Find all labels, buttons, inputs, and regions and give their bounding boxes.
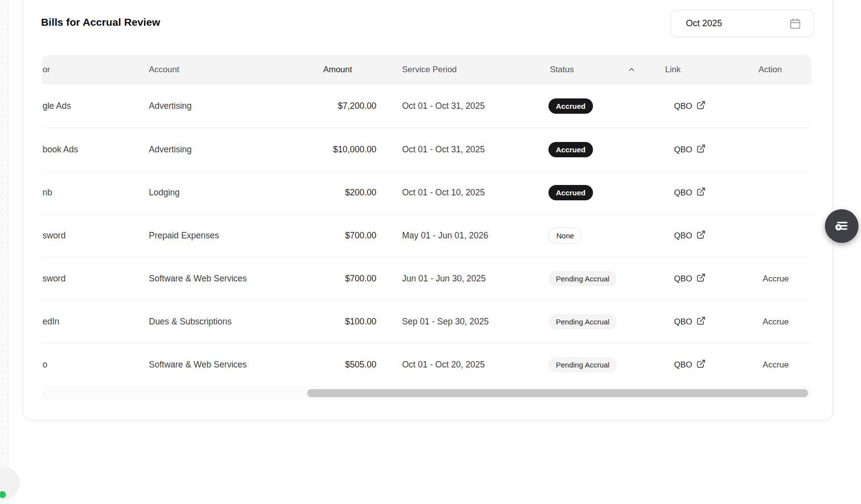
vendor-cell: sword xyxy=(42,274,149,284)
vendor-cell: o xyxy=(42,360,149,370)
link-cell: QBO xyxy=(637,187,736,198)
status-badge: None xyxy=(548,228,582,244)
status-cell: Accrued xyxy=(521,185,637,200)
column-header-account[interactable]: Account xyxy=(149,65,279,75)
status-cell: Pending Accrual xyxy=(521,357,637,372)
status-cell: Pending Accrual xyxy=(521,314,637,329)
table-row: edIn Dues & Subscriptions $100.00 Sep 01… xyxy=(42,300,812,343)
amount-cell: $700.00 xyxy=(279,274,376,284)
amount-cell: $200.00 xyxy=(279,187,376,198)
qbo-link[interactable]: QBO xyxy=(674,100,706,112)
service-period-cell: Oct 01 - Oct 31, 2025 xyxy=(376,101,521,111)
column-header-link[interactable]: Link xyxy=(637,65,680,74)
account-cell: Advertising xyxy=(149,144,279,155)
vendor-cell: nb xyxy=(42,187,149,198)
link-cell: QBO xyxy=(637,316,736,327)
accrue-action[interactable]: Accrue xyxy=(763,274,789,283)
column-header-service-period[interactable]: Service Period xyxy=(376,65,521,75)
vendor-cell: gle Ads xyxy=(42,101,149,111)
table-row: sword Prepaid Expenses $700.00 May 01 - … xyxy=(42,214,812,257)
amount-cell: $100.00 xyxy=(279,317,376,327)
table-header-row: or Account Amount Service Period Status … xyxy=(42,55,812,85)
column-header-amount[interactable]: Amount xyxy=(279,65,376,75)
table-row: sword Software & Web Services $700.00 Ju… xyxy=(42,257,812,300)
qbo-link[interactable]: QBO xyxy=(674,273,706,284)
h-scrollbar-thumb[interactable] xyxy=(307,389,808,397)
qbo-link-label: QBO xyxy=(674,274,692,283)
sort-ascending-icon[interactable] xyxy=(628,66,635,76)
table-row: gle Ads Advertising $7,200.00 Oct 01 - O… xyxy=(42,85,812,128)
table-row: book Ads Advertising $10,000.00 Oct 01 -… xyxy=(42,128,812,171)
service-period-cell: Oct 01 - Oct 10, 2025 xyxy=(376,187,521,198)
vendor-cell: sword xyxy=(42,230,149,241)
action-cell: Accrue xyxy=(736,317,812,327)
qbo-link[interactable]: QBO xyxy=(674,187,706,198)
link-cell: QBO xyxy=(637,273,736,284)
status-cell: None xyxy=(521,228,637,244)
link-cell: QBO xyxy=(637,230,736,241)
service-period-cell: Oct 01 - Oct 20, 2025 xyxy=(376,360,521,370)
external-link-icon xyxy=(696,100,706,112)
bills-table: or Account Amount Service Period Status … xyxy=(42,55,812,401)
external-link-icon xyxy=(696,273,706,284)
floating-widget-button[interactable] xyxy=(825,209,859,243)
accrue-action[interactable]: Accrue xyxy=(763,360,789,369)
amount-cell: $700.00 xyxy=(279,230,376,241)
link-cell: QBO xyxy=(637,144,736,155)
status-cell: Pending Accrual xyxy=(521,271,637,286)
qbo-link[interactable]: QBO xyxy=(674,230,706,241)
widget-launcher-icon xyxy=(833,217,850,235)
qbo-link-label: QBO xyxy=(674,101,692,111)
action-cell: Accrue xyxy=(736,274,812,284)
table-body: gle Ads Advertising $7,200.00 Oct 01 - O… xyxy=(42,85,812,386)
service-period-cell: Sep 01 - Sep 30, 2025 xyxy=(376,317,521,327)
service-period-cell: May 01 - Jun 01, 2026 xyxy=(376,230,521,241)
action-cell: Accrue xyxy=(736,360,812,370)
link-cell: QBO xyxy=(637,100,736,112)
side-rail xyxy=(0,0,8,504)
qbo-link-label: QBO xyxy=(674,188,692,197)
link-cell: QBO xyxy=(637,359,736,370)
qbo-link-label: QBO xyxy=(674,145,692,154)
service-period-cell: Oct 01 - Oct 31, 2025 xyxy=(376,144,521,155)
status-badge: Pending Accrual xyxy=(548,271,617,286)
external-link-icon xyxy=(696,316,706,327)
page-title: Bills for Accrual Review xyxy=(41,16,160,28)
external-link-icon xyxy=(696,144,706,155)
qbo-link[interactable]: QBO xyxy=(674,359,706,370)
status-badge: Accrued xyxy=(548,98,593,114)
account-cell: Advertising xyxy=(149,101,279,111)
table-row: nb Lodging $200.00 Oct 01 - Oct 10, 2025… xyxy=(42,171,812,214)
external-link-icon xyxy=(696,187,706,198)
status-cell: Accrued xyxy=(521,98,637,114)
vendor-cell: book Ads xyxy=(42,144,149,155)
amount-cell: $505.00 xyxy=(279,360,376,370)
period-selector-button[interactable]: Oct 2025 xyxy=(671,10,814,37)
qbo-link-label: QBO xyxy=(674,360,692,369)
accrue-action[interactable]: Accrue xyxy=(763,317,789,326)
status-cell: Accrued xyxy=(521,142,637,157)
external-link-icon xyxy=(696,230,706,241)
status-badge: Pending Accrual xyxy=(548,314,617,329)
status-badge: Accrued xyxy=(548,142,593,157)
vendor-cell: edIn xyxy=(42,317,149,327)
qbo-link[interactable]: QBO xyxy=(674,316,706,327)
service-period-cell: Jun 01 - Jun 30, 2025 xyxy=(376,274,521,284)
account-cell: Software & Web Services xyxy=(149,360,279,370)
qbo-link[interactable]: QBO xyxy=(674,144,706,155)
qbo-link-label: QBO xyxy=(674,231,692,240)
column-header-action[interactable]: Action xyxy=(736,65,812,75)
external-link-icon xyxy=(696,359,706,370)
account-cell: Lodging xyxy=(149,187,279,198)
table-row: o Software & Web Services $505.00 Oct 01… xyxy=(42,343,812,386)
h-scrollbar-track[interactable] xyxy=(42,386,812,401)
account-cell: Prepaid Expenses xyxy=(149,230,279,241)
period-label: Oct 2025 xyxy=(686,18,789,29)
amount-cell: $7,200.00 xyxy=(279,101,376,111)
status-badge: Pending Accrual xyxy=(548,357,617,372)
bills-accrual-card: Bills for Accrual Review Oct 2025 or Acc… xyxy=(23,0,833,420)
calendar-icon xyxy=(789,17,802,30)
column-header-status[interactable]: Status xyxy=(521,65,637,75)
column-header-vendor[interactable]: or xyxy=(42,65,149,75)
status-badge: Accrued xyxy=(548,185,593,200)
